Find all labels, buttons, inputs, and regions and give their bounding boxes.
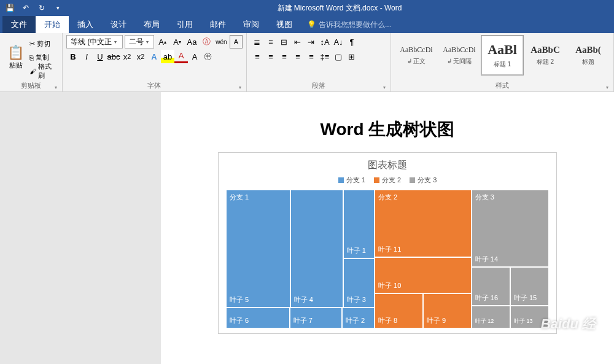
- tab-references[interactable]: 引用: [168, 16, 201, 33]
- treemap-chart[interactable]: 图表标题 分支 1分支 2分支 3 分支 1叶子 5 叶子 4 叶子 1 叶子 …: [218, 152, 557, 334]
- tab-mailings[interactable]: 邮件: [201, 16, 235, 33]
- align-right-icon[interactable]: ≡: [278, 50, 291, 63]
- paste-button[interactable]: 📋 粘贴: [4, 35, 28, 80]
- bullets-icon[interactable]: ≣: [251, 35, 264, 48]
- tab-insert[interactable]: 插入: [69, 16, 102, 33]
- enclose-char-icon[interactable]: ㊥: [201, 50, 215, 63]
- document-area[interactable]: Word 生成树状图 图表标题 分支 1分支 2分支 3 分支 1叶子 5 叶子…: [161, 92, 614, 364]
- decrease-indent-icon[interactable]: ⇤: [291, 35, 305, 48]
- style-↲无间隔[interactable]: AaBbCcDi↲ 无间隔: [438, 35, 481, 76]
- align-center-icon[interactable]: ≡: [264, 50, 278, 63]
- ribbon: 📋 粘贴 ✂剪切 ⎘复制 🖌格式刷 剪贴板 等线 (中文正▾ 二号▾ A▴ A▾…: [0, 33, 614, 92]
- style-标题1[interactable]: AaBl标题 1: [481, 35, 524, 76]
- legend-item: 分支 3: [410, 176, 437, 185]
- tab-review[interactable]: 审阅: [235, 16, 268, 33]
- paste-label: 粘贴: [9, 61, 23, 70]
- clear-format-icon[interactable]: Ⓐ: [200, 35, 213, 48]
- document-heading: Word 生成树状图: [179, 118, 596, 141]
- paste-icon: 📋: [7, 45, 24, 61]
- text-direction-icon[interactable]: ↕A: [318, 35, 332, 48]
- legend-item: 分支 2: [374, 176, 401, 185]
- underline-button[interactable]: U: [93, 50, 107, 63]
- tab-file[interactable]: 文件: [2, 16, 36, 33]
- quick-access-toolbar: 💾 ↶ ↻ ▾: [0, 1, 65, 15]
- font-family-combo[interactable]: 等线 (中文正▾: [66, 35, 123, 48]
- treemap-body: 分支 1叶子 5 叶子 4 叶子 1 叶子 3 叶子 6 叶子 7 叶子 2 分…: [226, 190, 549, 328]
- style-标题2[interactable]: AaBbC标题 2: [524, 35, 567, 76]
- strike-button[interactable]: abc: [107, 50, 120, 63]
- char-border-icon[interactable]: A: [230, 35, 243, 48]
- multilevel-icon[interactable]: ⊟: [278, 35, 291, 48]
- tell-me-placeholder: 告诉我您想要做什么...: [319, 20, 391, 30]
- shading-icon[interactable]: ▢: [332, 50, 345, 63]
- chart-legend: 分支 1分支 2分支 3: [226, 176, 549, 185]
- group-clipboard: 📋 粘贴 ✂剪切 ⎘复制 🖌格式刷 剪贴板: [0, 33, 63, 91]
- numbering-icon[interactable]: ≡: [264, 35, 278, 48]
- font-size-combo[interactable]: 二号▾: [125, 35, 154, 48]
- char-shading-icon[interactable]: A: [188, 50, 201, 63]
- font-color-icon[interactable]: A: [174, 50, 188, 63]
- show-marks-icon[interactable]: ¶: [345, 35, 359, 48]
- change-case-icon[interactable]: Aa: [185, 35, 198, 48]
- undo-icon[interactable]: ↶: [18, 1, 33, 15]
- workspace: Word 生成树状图 图表标题 分支 1分支 2分支 3 分支 1叶子 5 叶子…: [0, 92, 614, 364]
- group-styles: AaBbCcDi↲ 正文AaBbCcDi↲ 无间隔AaBl标题 1AaBbC标题…: [391, 33, 614, 91]
- highlight-icon[interactable]: ab: [161, 50, 174, 63]
- style-标题[interactable]: AaBb(标题: [567, 35, 610, 76]
- group-paragraph: ≣ ≡ ⊟ ⇤ ⇥ ↕A A↓ ¶ ≡ ≡ ≡ ≡ ≡ ‡≡ ▢ ⊞ 段落: [247, 33, 391, 91]
- grow-font-icon[interactable]: A▴: [156, 35, 169, 48]
- superscript-button[interactable]: x2: [134, 50, 147, 63]
- text-effects-icon[interactable]: A: [147, 50, 161, 63]
- borders-icon[interactable]: ⊞: [345, 50, 359, 63]
- tell-me-search[interactable]: 💡 告诉我您想要做什么...: [301, 16, 391, 33]
- tab-view[interactable]: 视图: [268, 16, 301, 33]
- line-spacing-icon[interactable]: ‡≡: [318, 50, 332, 63]
- group-font: 等线 (中文正▾ 二号▾ A▴ A▾ Aa Ⓐ wén A B I U abc …: [63, 33, 247, 91]
- lightbulb-icon: 💡: [307, 20, 316, 29]
- justify-icon[interactable]: ≡: [291, 50, 305, 63]
- group-label-font[interactable]: 字体: [66, 80, 243, 91]
- bold-button[interactable]: B: [66, 50, 80, 63]
- scissors-icon: ✂: [29, 40, 35, 48]
- tab-home[interactable]: 开始: [36, 16, 69, 33]
- tab-layout[interactable]: 布局: [135, 16, 168, 33]
- redo-icon[interactable]: ↻: [34, 1, 49, 15]
- save-icon[interactable]: 💾: [2, 1, 17, 15]
- navigation-pane[interactable]: [0, 92, 161, 364]
- subscript-button[interactable]: x2: [120, 50, 134, 63]
- distribute-icon[interactable]: ≡: [305, 50, 318, 63]
- copy-icon: ⎘: [29, 54, 34, 61]
- increase-indent-icon[interactable]: ⇥: [305, 35, 318, 48]
- cut-button[interactable]: ✂剪切: [28, 37, 58, 51]
- brush-icon: 🖌: [29, 68, 36, 75]
- italic-button[interactable]: I: [80, 50, 93, 63]
- group-label-paragraph[interactable]: 段落: [251, 80, 387, 91]
- sort-icon[interactable]: A↓: [332, 35, 345, 48]
- page: Word 生成树状图 图表标题 分支 1分支 2分支 3 分支 1叶子 5 叶子…: [179, 118, 596, 334]
- title-bar: 💾 ↶ ↻ ▾ 新建 Microsoft Word 文档.docx - Word: [0, 0, 614, 16]
- format-painter-button[interactable]: 🖌格式刷: [28, 64, 58, 78]
- shrink-font-icon[interactable]: A▾: [171, 35, 184, 48]
- legend-item: 分支 1: [338, 176, 365, 185]
- qat-customize-icon[interactable]: ▾: [50, 1, 65, 15]
- align-left-icon[interactable]: ≡: [251, 50, 264, 63]
- phonetic-guide-icon[interactable]: wén: [215, 35, 228, 48]
- chart-title: 图表标题: [226, 159, 549, 172]
- ribbon-tabs: 文件 开始 插入 设计 布局 引用 邮件 审阅 视图 💡 告诉我您想要做什么..…: [0, 16, 614, 33]
- style-↲正文[interactable]: AaBbCcDi↲ 正文: [395, 35, 438, 76]
- window-title: 新建 Microsoft Word 文档.docx - Word: [65, 3, 614, 14]
- tab-design[interactable]: 设计: [102, 16, 135, 33]
- group-label-clipboard[interactable]: 剪贴板: [4, 80, 58, 91]
- group-label-styles[interactable]: 样式: [395, 80, 610, 91]
